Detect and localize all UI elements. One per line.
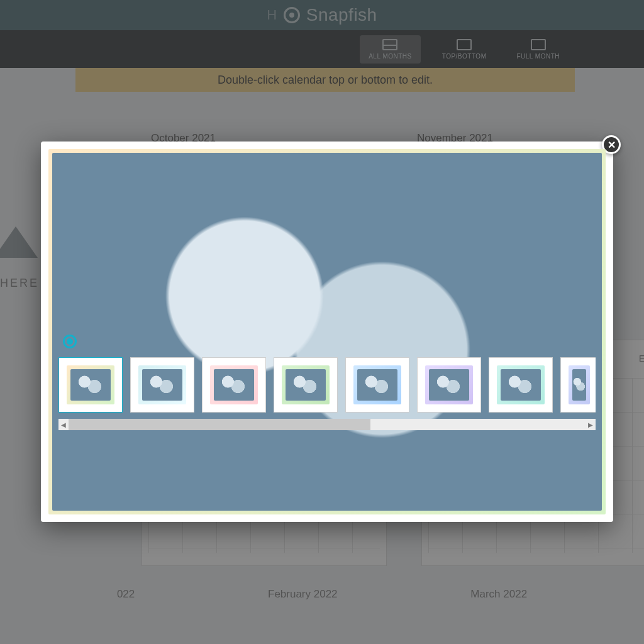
theme-thumb[interactable] <box>130 357 194 413</box>
theme-thumb[interactable] <box>417 357 481 413</box>
scroll-handle[interactable] <box>69 419 370 430</box>
theme-thumb[interactable] <box>560 357 596 413</box>
theme-thumb[interactable] <box>202 357 266 413</box>
photo-placeholder <box>52 153 602 511</box>
scroll-left-icon[interactable]: ◀ <box>58 419 69 430</box>
theme-thumb[interactable] <box>274 357 338 413</box>
customize-modal: ✕ Customize your calendar a little or a … <box>41 142 613 522</box>
theme-thumb[interactable] <box>489 357 553 413</box>
thumb-scrollbar[interactable]: ◀ ▶ <box>58 419 596 430</box>
cover-preview-thumb[interactable] <box>58 264 123 321</box>
theme-thumb[interactable] <box>345 357 409 413</box>
theme-thumb-row <box>58 357 596 413</box>
radio-entire[interactable] <box>63 335 77 348</box>
scroll-right-icon[interactable]: ▶ <box>586 419 596 430</box>
close-icon: ✕ <box>608 139 616 151</box>
theme-thumbnails: ◀ ▶ <box>58 357 596 430</box>
theme-thumb[interactable] <box>58 357 123 413</box>
